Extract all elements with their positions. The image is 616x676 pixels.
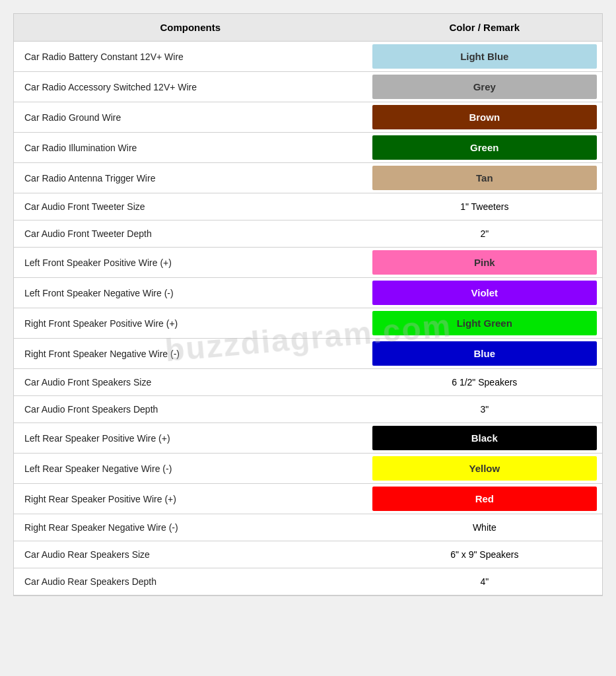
component-cell: Left Rear Speaker Positive Wire (+) [14,423,367,454]
table-row: Left Rear Speaker Positive Wire (+)Black [14,423,602,454]
table-row: Car Audio Front Speakers Size6 1/2" Spea… [14,369,602,396]
component-cell: Right Front Speaker Positive Wire (+) [14,308,367,339]
table-row: Car Radio Illumination WireGreen [14,133,602,163]
wiring-table: Components Color / Remark Car Radio Batt… [14,14,602,595]
component-cell: Car Audio Front Tweeter Size [14,193,367,220]
component-cell: Car Audio Rear Speakers Size [14,541,367,568]
component-cell: Car Audio Front Speakers Depth [14,396,367,423]
component-cell: Car Radio Ground Wire [14,102,367,133]
component-cell: Left Front Speaker Positive Wire (+) [14,248,367,278]
table-body: Car Radio Battery Constant 12V+ WireLigh… [14,42,602,595]
table-row: Left Front Speaker Positive Wire (+)Pink [14,248,602,278]
header-components: Components [14,14,367,42]
color-cell: Violet [367,278,602,308]
table-row: Car Audio Front Speakers Depth3" [14,396,602,423]
color-cell: 6 1/2" Speakers [367,369,602,396]
color-cell: Pink [367,248,602,278]
color-cell: Red [367,484,602,514]
component-cell: Right Rear Speaker Positive Wire (+) [14,484,367,514]
main-table-wrapper: buzzdiagram.com Components Color / Remar… [13,13,603,596]
component-cell: Car Audio Front Speakers Size [14,369,367,396]
color-cell: Grey [367,72,602,102]
component-cell: Car Audio Rear Speakers Depth [14,568,367,595]
color-cell: Brown [367,102,602,133]
color-cell: 6" x 9" Speakers [367,541,602,568]
table-row: Car Audio Front Tweeter Depth2" [14,220,602,248]
component-cell: Car Radio Illumination Wire [14,133,367,163]
header-color-remark: Color / Remark [367,14,602,42]
table-row: Car Audio Rear Speakers Depth4" [14,568,602,595]
table-row: Left Front Speaker Negative Wire (-)Viol… [14,278,602,308]
color-cell: Black [367,423,602,454]
color-cell: 2" [367,220,602,248]
component-cell: Right Rear Speaker Negative Wire (-) [14,514,367,541]
table-row: Car Radio Ground WireBrown [14,102,602,133]
component-cell: Car Audio Front Tweeter Depth [14,220,367,248]
table-row: Right Front Speaker Positive Wire (+)Lig… [14,308,602,339]
color-cell: 1" Tweeters [367,193,602,220]
color-cell: Light Blue [367,42,602,72]
component-cell: Car Radio Battery Constant 12V+ Wire [14,42,367,72]
component-cell: Left Rear Speaker Negative Wire (-) [14,454,367,484]
component-cell: Car Radio Accessory Switched 12V+ Wire [14,72,367,102]
table-row: Right Rear Speaker Positive Wire (+)Red [14,484,602,514]
table-row: Car Radio Battery Constant 12V+ WireLigh… [14,42,602,72]
color-cell: Light Green [367,308,602,339]
color-cell: 4" [367,568,602,595]
color-cell: Green [367,133,602,163]
table-row: Right Front Speaker Negative Wire (-)Blu… [14,339,602,369]
color-cell: Tan [367,163,602,193]
component-cell: Left Front Speaker Negative Wire (-) [14,278,367,308]
component-cell: Right Front Speaker Negative Wire (-) [14,339,367,369]
table-row: Car Audio Front Tweeter Size1" Tweeters [14,193,602,220]
table-row: Car Radio Antenna Trigger WireTan [14,163,602,193]
color-cell: 3" [367,396,602,423]
color-cell: Blue [367,339,602,369]
table-row: Car Radio Accessory Switched 12V+ WireGr… [14,72,602,102]
table-row: Left Rear Speaker Negative Wire (-)Yello… [14,454,602,484]
color-cell: White [367,514,602,541]
table-header-row: Components Color / Remark [14,14,602,42]
table-row: Right Rear Speaker Negative Wire (-)Whit… [14,514,602,541]
component-cell: Car Radio Antenna Trigger Wire [14,163,367,193]
table-row: Car Audio Rear Speakers Size6" x 9" Spea… [14,541,602,568]
color-cell: Yellow [367,454,602,484]
